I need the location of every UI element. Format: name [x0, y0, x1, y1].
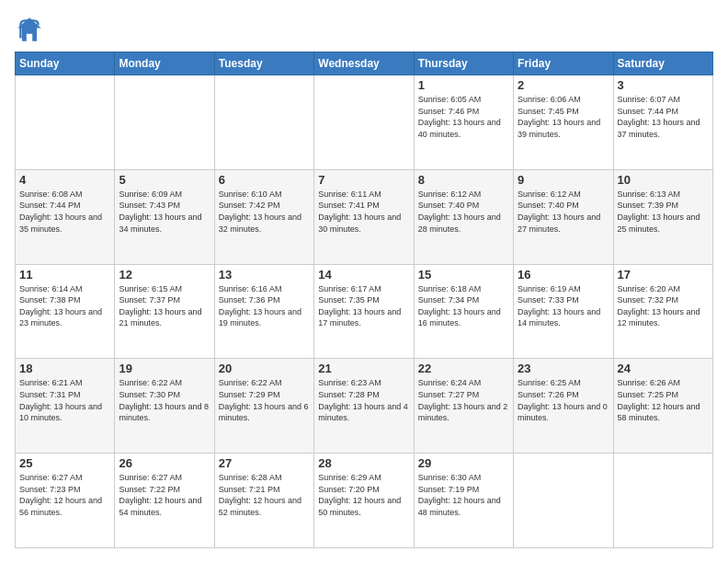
- calendar-cell: 15Sunrise: 6:18 AM Sunset: 7:34 PM Dayli…: [414, 264, 513, 359]
- calendar-cell: 23Sunrise: 6:25 AM Sunset: 7:26 PM Dayli…: [514, 359, 613, 454]
- calendar-cell: [314, 75, 414, 170]
- day-info: Sunrise: 6:12 AM Sunset: 7:40 PM Dayligh…: [418, 189, 509, 235]
- calendar-cell: 8Sunrise: 6:12 AM Sunset: 7:40 PM Daylig…: [414, 169, 513, 264]
- calendar-cell: 1Sunrise: 6:05 AM Sunset: 7:46 PM Daylig…: [414, 75, 513, 170]
- logo: [15, 15, 48, 44]
- calendar-cell: 13Sunrise: 6:16 AM Sunset: 7:36 PM Dayli…: [214, 264, 313, 359]
- calendar-cell: 16Sunrise: 6:19 AM Sunset: 7:33 PM Dayli…: [514, 264, 613, 359]
- day-info: Sunrise: 6:30 AM Sunset: 7:19 PM Dayligh…: [418, 472, 509, 518]
- calendar-cell: 10Sunrise: 6:13 AM Sunset: 7:39 PM Dayli…: [613, 169, 712, 264]
- calendar-header-wednesday: Wednesday: [314, 52, 414, 75]
- day-info: Sunrise: 6:22 AM Sunset: 7:30 PM Dayligh…: [119, 377, 210, 423]
- day-number: 1: [418, 78, 509, 92]
- day-number: 13: [219, 268, 310, 282]
- day-info: Sunrise: 6:28 AM Sunset: 7:21 PM Dayligh…: [219, 472, 310, 518]
- calendar-cell: 14Sunrise: 6:17 AM Sunset: 7:35 PM Dayli…: [314, 264, 414, 359]
- calendar-week-2: 11Sunrise: 6:14 AM Sunset: 7:38 PM Dayli…: [16, 264, 713, 359]
- day-number: 4: [19, 173, 110, 187]
- calendar-cell: 29Sunrise: 6:30 AM Sunset: 7:19 PM Dayli…: [414, 454, 513, 548]
- day-number: 7: [318, 173, 409, 187]
- day-info: Sunrise: 6:07 AM Sunset: 7:44 PM Dayligh…: [618, 94, 709, 140]
- calendar-cell: 12Sunrise: 6:15 AM Sunset: 7:37 PM Dayli…: [115, 264, 214, 359]
- day-number: 8: [418, 173, 509, 187]
- calendar-cell: 4Sunrise: 6:08 AM Sunset: 7:44 PM Daylig…: [16, 169, 115, 264]
- calendar-week-1: 4Sunrise: 6:08 AM Sunset: 7:44 PM Daylig…: [16, 169, 713, 264]
- day-number: 24: [618, 362, 709, 375]
- day-number: 2: [518, 78, 609, 92]
- day-number: 15: [418, 268, 509, 282]
- day-number: 25: [19, 456, 110, 470]
- day-info: Sunrise: 6:20 AM Sunset: 7:32 PM Dayligh…: [618, 283, 709, 329]
- calendar-cell: 22Sunrise: 6:24 AM Sunset: 7:27 PM Dayli…: [414, 359, 513, 454]
- day-info: Sunrise: 6:06 AM Sunset: 7:45 PM Dayligh…: [518, 94, 609, 140]
- calendar-cell: 24Sunrise: 6:26 AM Sunset: 7:25 PM Dayli…: [613, 359, 712, 454]
- day-number: 17: [618, 268, 709, 282]
- header: [15, 15, 713, 44]
- day-number: 3: [618, 78, 709, 92]
- calendar-cell: [613, 454, 712, 548]
- calendar-cell: [115, 75, 214, 170]
- calendar-table: SundayMondayTuesdayWednesdayThursdayFrid…: [15, 52, 713, 548]
- day-info: Sunrise: 6:08 AM Sunset: 7:44 PM Dayligh…: [19, 189, 110, 235]
- calendar-cell: 20Sunrise: 6:22 AM Sunset: 7:29 PM Dayli…: [214, 359, 313, 454]
- day-info: Sunrise: 6:25 AM Sunset: 7:26 PM Dayligh…: [518, 377, 609, 423]
- calendar-cell: 2Sunrise: 6:06 AM Sunset: 7:45 PM Daylig…: [514, 75, 613, 170]
- day-info: Sunrise: 6:26 AM Sunset: 7:25 PM Dayligh…: [618, 377, 709, 423]
- day-number: 16: [518, 268, 609, 282]
- day-info: Sunrise: 6:23 AM Sunset: 7:28 PM Dayligh…: [318, 377, 409, 423]
- calendar-cell: [214, 75, 313, 170]
- calendar-cell: 27Sunrise: 6:28 AM Sunset: 7:21 PM Dayli…: [214, 454, 313, 548]
- day-info: Sunrise: 6:14 AM Sunset: 7:38 PM Dayligh…: [19, 283, 110, 329]
- day-number: 19: [119, 362, 210, 375]
- day-number: 27: [219, 456, 310, 470]
- day-number: 22: [418, 362, 509, 375]
- day-number: 28: [318, 456, 409, 470]
- day-number: 18: [19, 362, 110, 375]
- calendar-header-monday: Monday: [115, 52, 214, 75]
- calendar-cell: [514, 454, 613, 548]
- day-info: Sunrise: 6:29 AM Sunset: 7:20 PM Dayligh…: [318, 472, 409, 518]
- calendar-cell: [16, 75, 115, 170]
- day-info: Sunrise: 6:19 AM Sunset: 7:33 PM Dayligh…: [518, 283, 609, 329]
- calendar-cell: 3Sunrise: 6:07 AM Sunset: 7:44 PM Daylig…: [613, 75, 712, 170]
- calendar-header-saturday: Saturday: [613, 52, 712, 75]
- day-number: 10: [618, 173, 709, 187]
- day-info: Sunrise: 6:13 AM Sunset: 7:39 PM Dayligh…: [618, 189, 709, 235]
- day-info: Sunrise: 6:18 AM Sunset: 7:34 PM Dayligh…: [418, 283, 509, 329]
- calendar-cell: 17Sunrise: 6:20 AM Sunset: 7:32 PM Dayli…: [613, 264, 712, 359]
- page: SundayMondayTuesdayWednesdayThursdayFrid…: [0, 0, 728, 563]
- calendar-cell: 21Sunrise: 6:23 AM Sunset: 7:28 PM Dayli…: [314, 359, 414, 454]
- day-number: 12: [119, 268, 210, 282]
- day-info: Sunrise: 6:05 AM Sunset: 7:46 PM Dayligh…: [418, 94, 509, 140]
- calendar-cell: 25Sunrise: 6:27 AM Sunset: 7:23 PM Dayli…: [16, 454, 115, 548]
- calendar-header-friday: Friday: [514, 52, 613, 75]
- day-number: 11: [19, 268, 110, 282]
- day-info: Sunrise: 6:27 AM Sunset: 7:22 PM Dayligh…: [119, 472, 210, 518]
- day-info: Sunrise: 6:15 AM Sunset: 7:37 PM Dayligh…: [119, 283, 210, 329]
- calendar-cell: 28Sunrise: 6:29 AM Sunset: 7:20 PM Dayli…: [314, 454, 414, 548]
- calendar-week-3: 18Sunrise: 6:21 AM Sunset: 7:31 PM Dayli…: [16, 359, 713, 454]
- calendar-cell: 9Sunrise: 6:12 AM Sunset: 7:40 PM Daylig…: [514, 169, 613, 264]
- calendar-cell: 11Sunrise: 6:14 AM Sunset: 7:38 PM Dayli…: [16, 264, 115, 359]
- calendar-cell: 18Sunrise: 6:21 AM Sunset: 7:31 PM Dayli…: [16, 359, 115, 454]
- day-number: 6: [219, 173, 310, 187]
- day-info: Sunrise: 6:17 AM Sunset: 7:35 PM Dayligh…: [318, 283, 409, 329]
- day-info: Sunrise: 6:22 AM Sunset: 7:29 PM Dayligh…: [219, 377, 310, 423]
- calendar-header-sunday: Sunday: [16, 52, 115, 75]
- day-number: 21: [318, 362, 409, 375]
- day-number: 14: [318, 268, 409, 282]
- day-info: Sunrise: 6:11 AM Sunset: 7:41 PM Dayligh…: [318, 189, 409, 235]
- day-info: Sunrise: 6:21 AM Sunset: 7:31 PM Dayligh…: [19, 377, 110, 423]
- calendar-cell: 26Sunrise: 6:27 AM Sunset: 7:22 PM Dayli…: [115, 454, 214, 548]
- day-number: 5: [119, 173, 210, 187]
- day-info: Sunrise: 6:12 AM Sunset: 7:40 PM Dayligh…: [518, 189, 609, 235]
- day-number: 26: [119, 456, 210, 470]
- calendar-week-0: 1Sunrise: 6:05 AM Sunset: 7:46 PM Daylig…: [16, 75, 713, 170]
- day-info: Sunrise: 6:09 AM Sunset: 7:43 PM Dayligh…: [119, 189, 210, 235]
- day-number: 29: [418, 456, 509, 470]
- day-number: 23: [518, 362, 609, 375]
- logo-icon: [15, 15, 44, 44]
- day-info: Sunrise: 6:10 AM Sunset: 7:42 PM Dayligh…: [219, 189, 310, 235]
- calendar-header-thursday: Thursday: [414, 52, 513, 75]
- day-info: Sunrise: 6:24 AM Sunset: 7:27 PM Dayligh…: [418, 377, 509, 423]
